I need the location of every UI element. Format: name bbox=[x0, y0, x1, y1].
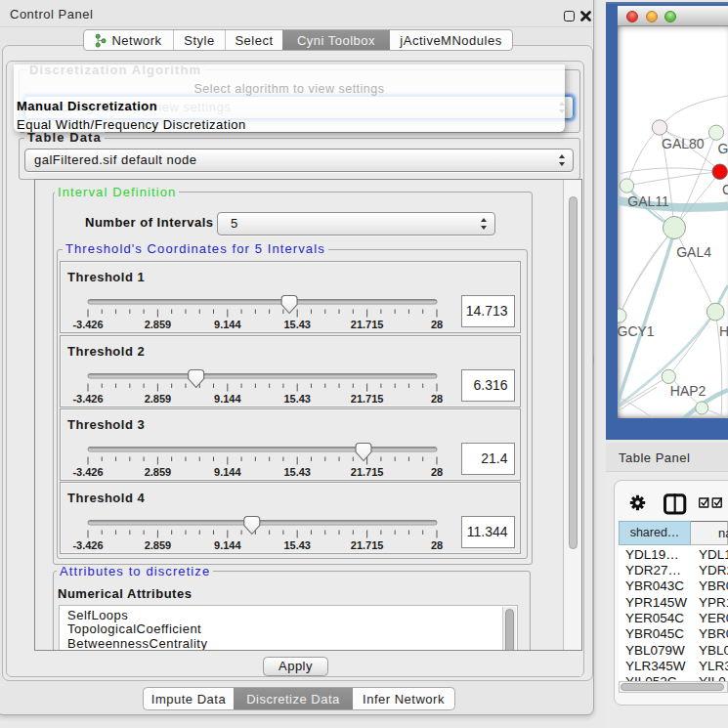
svg-text:9.144: 9.144 bbox=[214, 319, 241, 330]
svg-text:9.144: 9.144 bbox=[214, 539, 241, 551]
svg-text:C: C bbox=[722, 182, 728, 197]
svg-text:-3.426: -3.426 bbox=[72, 319, 103, 330]
svg-text:21.715: 21.715 bbox=[351, 539, 384, 551]
svg-text:15.43: 15.43 bbox=[283, 393, 311, 405]
svg-text:21.715: 21.715 bbox=[351, 319, 384, 330]
svg-text:H: H bbox=[719, 323, 728, 339]
svg-text:21.715: 21.715 bbox=[351, 466, 384, 478]
svg-text:15.43: 15.43 bbox=[283, 319, 311, 330]
svg-text:28: 28 bbox=[431, 319, 443, 330]
svg-text:GA: GA bbox=[717, 141, 728, 156]
svg-text:-3.426: -3.426 bbox=[72, 466, 103, 478]
svg-text:GCY1: GCY1 bbox=[618, 323, 655, 339]
svg-text:28: 28 bbox=[431, 539, 443, 551]
svg-text:-3.426: -3.426 bbox=[72, 539, 103, 551]
svg-text:21.715: 21.715 bbox=[351, 393, 384, 405]
svg-text:-3.426: -3.426 bbox=[72, 393, 103, 405]
svg-text:9.144: 9.144 bbox=[214, 393, 241, 405]
svg-text:GAL4: GAL4 bbox=[676, 244, 711, 260]
svg-text:28: 28 bbox=[431, 466, 443, 478]
svg-text:2.859: 2.859 bbox=[145, 393, 172, 405]
svg-text:HAP2: HAP2 bbox=[670, 383, 707, 399]
svg-text:15.43: 15.43 bbox=[283, 466, 311, 478]
svg-text:2.859: 2.859 bbox=[145, 539, 172, 551]
svg-text:15.43: 15.43 bbox=[283, 539, 311, 551]
svg-text:GAL11: GAL11 bbox=[627, 193, 669, 209]
svg-text:2.859: 2.859 bbox=[145, 319, 172, 330]
svg-text:GAL80: GAL80 bbox=[662, 136, 705, 151]
svg-text:9.144: 9.144 bbox=[214, 466, 241, 478]
svg-text:28: 28 bbox=[431, 393, 443, 405]
svg-text:2.859: 2.859 bbox=[145, 466, 172, 478]
